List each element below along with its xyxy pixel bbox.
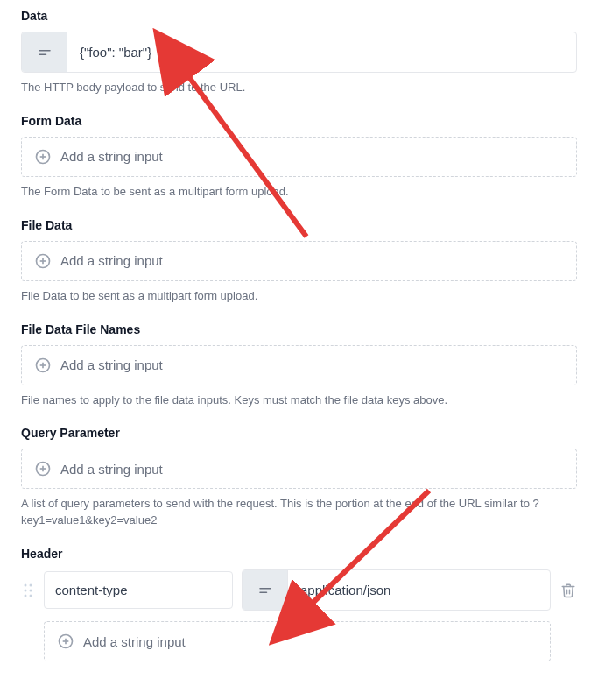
header-value-input[interactable]: [288, 570, 550, 610]
label-file-data: File Data: [21, 218, 577, 232]
add-string-label: Add a string input: [60, 253, 163, 268]
label-header: Header: [21, 547, 577, 561]
add-string-label: Add a string input: [83, 634, 186, 649]
add-string-label: Add a string input: [60, 462, 163, 477]
header-add-string[interactable]: Add a string input: [44, 621, 551, 661]
label-form-data: Form Data: [21, 114, 577, 128]
header-row: [21, 569, 577, 611]
help-file-data-file-names: File names to apply to the file data inp…: [21, 392, 577, 409]
label-query-parameter: Query Parameter: [21, 426, 577, 440]
help-file-data: File Data to be sent as a multipart form…: [21, 288, 577, 305]
label-file-data-file-names: File Data File Names: [21, 322, 577, 336]
svg-point-17: [30, 589, 32, 591]
plus-circle-icon: [57, 633, 74, 650]
file-data-add-string[interactable]: Add a string input: [21, 241, 577, 281]
help-data: The HTTP body payload to send to the URL…: [21, 80, 577, 96]
header-value-field[interactable]: [242, 569, 551, 611]
data-field[interactable]: [21, 32, 577, 73]
section-header: Header Add a string input: [21, 547, 577, 661]
text-mode-icon[interactable]: [22, 32, 67, 72]
help-form-data: The Form Data to be sent as a multipart …: [21, 184, 577, 201]
section-data: Data The HTTP body payload to send to th…: [21, 9, 577, 96]
data-input[interactable]: [67, 32, 576, 72]
trash-icon: [560, 583, 576, 598]
help-query-parameter: A list of query parameters to send with …: [21, 496, 577, 529]
svg-point-16: [25, 589, 27, 591]
form-data-add-string[interactable]: Add a string input: [21, 137, 577, 177]
text-mode-icon[interactable]: [243, 570, 288, 610]
svg-point-19: [30, 594, 32, 597]
add-string-label: Add a string input: [60, 357, 163, 372]
section-file-data-file-names: File Data File Names Add a string input …: [21, 322, 577, 409]
plus-circle-icon: [34, 357, 52, 374]
header-key-input[interactable]: [44, 571, 233, 609]
section-form-data: Form Data Add a string input The Form Da…: [21, 114, 577, 201]
delete-header-button[interactable]: [559, 583, 577, 598]
add-string-label: Add a string input: [60, 149, 163, 164]
section-file-data: File Data Add a string input File Data t…: [21, 218, 577, 305]
label-data: Data: [21, 9, 577, 23]
query-parameter-add-string[interactable]: Add a string input: [21, 449, 577, 489]
plus-circle-icon: [34, 252, 52, 270]
svg-point-18: [25, 594, 27, 597]
svg-point-15: [30, 583, 32, 586]
drag-handle-icon[interactable]: [21, 583, 35, 598]
plus-circle-icon: [34, 460, 52, 477]
section-query-parameter: Query Parameter Add a string input A lis…: [21, 426, 577, 529]
file-data-file-names-add-string[interactable]: Add a string input: [21, 345, 577, 385]
svg-point-14: [25, 583, 27, 586]
plus-circle-icon: [34, 148, 52, 166]
